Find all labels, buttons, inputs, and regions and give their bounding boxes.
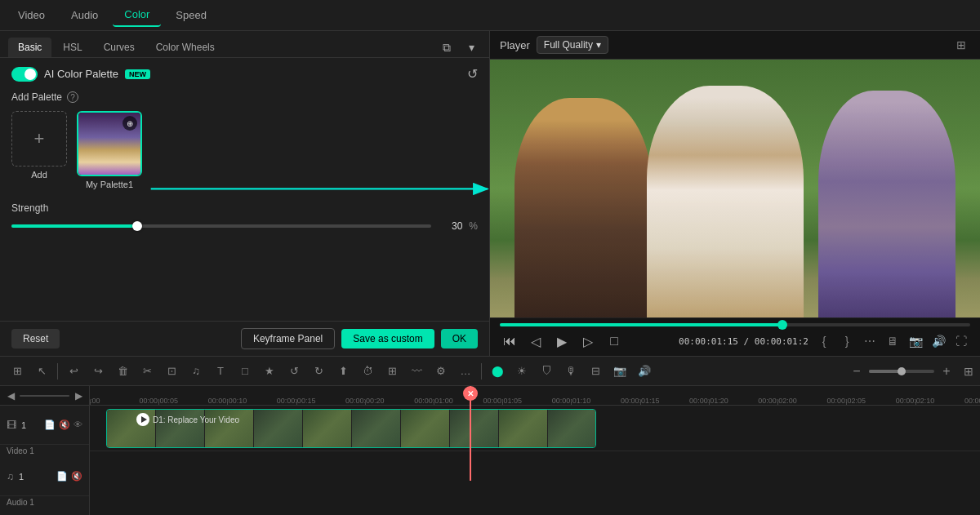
compare-icon[interactable]: ⧉ <box>437 38 457 57</box>
stop-button[interactable]: □ <box>604 331 624 351</box>
ruler-mark: 00:00:02:10 <box>896 397 935 405</box>
tl-shape[interactable]: □ <box>234 361 256 382</box>
keyframe-panel-button[interactable]: Keyframe Panel <box>241 328 335 349</box>
main-content: Basic HSL Curves Color Wheels ⧉ ▾ AI Col… <box>0 31 980 356</box>
my-palette1-thumb[interactable]: ⊕ <box>77 111 142 176</box>
zoom-in-button[interactable]: + <box>938 362 956 380</box>
bracket-close-icon[interactable]: } <box>838 332 856 350</box>
audio-track-file-icon[interactable]: 📄 <box>56 471 68 482</box>
tl-grid-tool[interactable]: ⊞ <box>7 361 28 382</box>
slider-thumb[interactable] <box>132 221 142 231</box>
tl-delete[interactable]: 🗑 <box>112 361 133 382</box>
tab-speed[interactable]: Speed <box>164 4 218 26</box>
playhead[interactable]: ✕ <box>470 386 471 481</box>
save-custom-button[interactable]: Save as custom <box>341 329 434 349</box>
tl-text[interactable]: T <box>210 361 231 382</box>
play-frame-fwd-button[interactable]: ▷ <box>578 331 598 351</box>
play-frame-back-button[interactable]: ◁ <box>526 331 546 351</box>
ruler-mark: 00:00:01:20 <box>689 397 728 405</box>
palette-thumb-icon: ⊕ <box>122 116 137 131</box>
progress-thumb[interactable] <box>777 320 787 330</box>
audio-track-row <box>90 451 980 481</box>
timeline-tracks-right[interactable]: :00:0000:00:00:0500:00:00:1000:00:00:150… <box>90 386 980 515</box>
zoom-thumb[interactable] <box>898 367 906 375</box>
tab-video[interactable]: Video <box>7 4 56 26</box>
player-header-right: ⊞ <box>952 36 970 54</box>
tab-color[interactable]: Color <box>113 3 161 27</box>
tl-cut[interactable]: ✂ <box>136 361 158 382</box>
progress-bar[interactable] <box>500 323 970 326</box>
tab-audio[interactable]: Audio <box>60 4 109 26</box>
ruler-mark: 00:00:01:00 <box>414 397 453 405</box>
quality-select[interactable]: Full Quality ▾ <box>537 36 608 54</box>
panel-footer: Reset Keyframe Panel Save as custom OK <box>0 321 489 356</box>
video-track-eye-icon[interactable]: 👁 <box>74 420 82 430</box>
tl-wave[interactable]: 〰 <box>406 361 427 382</box>
video-track-mute-icon[interactable]: 🔇 <box>59 420 70 430</box>
play-button[interactable]: ▶ <box>552 331 572 351</box>
video-frame <box>490 60 980 317</box>
tl-crop[interactable]: ⊡ <box>161 361 182 382</box>
bracket-open-icon[interactable]: { <box>815 332 833 350</box>
tl-select-tool[interactable]: ↖ <box>31 361 52 382</box>
zoom-slider[interactable] <box>869 370 934 373</box>
tl-sun[interactable]: ☀ <box>511 361 532 382</box>
tl-adjust[interactable]: ⚙ <box>430 361 452 382</box>
zoom-out-button[interactable]: − <box>848 362 866 380</box>
ok-button[interactable]: OK <box>441 329 478 349</box>
camera-icon[interactable]: 📷 <box>906 332 924 350</box>
palette-grid: + Add ⊕ My Palette1 <box>11 111 478 189</box>
tl-active-tool[interactable]: ⬤ <box>487 361 508 382</box>
ruler-right-arrow[interactable]: ▶ <box>73 390 84 402</box>
grid-view-icon[interactable]: ⊞ <box>952 36 970 54</box>
tl-shield[interactable]: ⛉ <box>536 361 557 382</box>
video-track-label: Video 1 <box>0 445 89 457</box>
audio-icon[interactable]: 🔊 <box>929 332 947 350</box>
tl-caption[interactable]: ⊟ <box>585 361 606 382</box>
new-badge: NEW <box>125 69 150 79</box>
ruler-left-arrow[interactable]: ◀ <box>5 390 16 402</box>
audio-track-header: ♫ 1 📄 🔇 <box>0 457 89 496</box>
help-icon[interactable]: ? <box>67 91 78 103</box>
tl-timer[interactable]: ⏱ <box>357 361 378 382</box>
subtab-basic[interactable]: Basic <box>8 38 51 57</box>
video-track-controls: 📄 🔇 👁 <box>44 420 82 430</box>
ai-palette-toggle[interactable] <box>11 67 38 82</box>
tl-reverse[interactable]: ↻ <box>308 361 329 382</box>
tl-mic[interactable]: 🎙 <box>560 361 581 382</box>
layout-icon[interactable]: ⊞ <box>964 365 973 378</box>
tl-audio[interactable]: ♫ <box>185 361 207 382</box>
more-options-icon[interactable]: ⋯ <box>861 332 879 350</box>
subtab-hsl[interactable]: HSL <box>53 38 91 57</box>
expand-icon[interactable]: ▾ <box>461 38 481 57</box>
playhead-x-icon: ✕ <box>467 389 474 398</box>
total-time: 00:00:01:2 <box>755 336 808 347</box>
tl-export[interactable]: ⬆ <box>332 361 354 382</box>
video-track-film-icon[interactable]: 📄 <box>44 420 56 430</box>
fullscreen-icon[interactable]: ⛶ <box>952 332 970 350</box>
reset-button[interactable]: Reset <box>11 329 60 349</box>
strength-slider[interactable] <box>11 224 431 228</box>
ruler-mark: 00:00:01:15 <box>621 397 660 405</box>
video-area <box>490 60 980 317</box>
tl-cam[interactable]: 📷 <box>609 361 630 382</box>
reset-icon[interactable]: ↺ <box>467 66 478 82</box>
subtab-curves[interactable]: Curves <box>94 38 145 57</box>
tl-redo[interactable]: ↪ <box>87 361 109 382</box>
video-track-number: 1 <box>21 420 26 430</box>
video-clip[interactable]: D1: Replace Your Video <box>106 409 596 448</box>
tl-extra[interactable]: … <box>455 361 476 382</box>
ruler-corner: ◀ ▶ <box>0 386 89 406</box>
player-label: Player <box>500 39 530 51</box>
tl-vol[interactable]: 🔊 <box>634 361 655 382</box>
tl-undo[interactable]: ↩ <box>63 361 84 382</box>
tl-zoom-frame[interactable]: ⊞ <box>381 361 403 382</box>
add-palette-button[interactable]: + <box>11 111 67 166</box>
audio-track-mute-icon[interactable]: 🔇 <box>71 471 82 482</box>
tl-loop[interactable]: ↺ <box>283 361 305 382</box>
skip-back-button[interactable]: ⏮ <box>500 331 519 351</box>
timeline-ruler: :00:0000:00:00:0500:00:00:1000:00:00:150… <box>90 386 980 406</box>
monitor-icon[interactable]: 🖥 <box>884 332 902 350</box>
subtab-color-wheels[interactable]: Color Wheels <box>146 38 225 57</box>
tl-sticker[interactable]: ★ <box>259 361 280 382</box>
